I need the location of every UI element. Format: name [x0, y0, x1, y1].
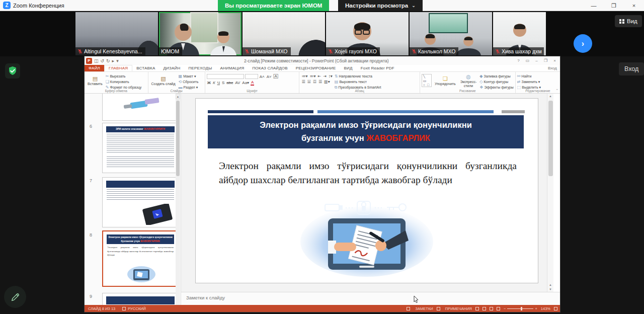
close-button[interactable]: ×: [624, 0, 644, 11]
clear-formatting-button[interactable]: 🄰: [273, 74, 279, 79]
font-name-combobox[interactable]: [207, 74, 244, 79]
next-slide-button[interactable]: ▼: [549, 288, 552, 291]
shapes-gallery[interactable]: ╲ ▭ ○ □ ⬠ ⇦ ⇨ ◇ △ ☆ ⌒ 〜 ❨ ❩ ✦: [422, 74, 432, 87]
layout-button[interactable]: ▦Макет ▾: [179, 74, 199, 78]
slide-7-thumbnail[interactable]: [102, 177, 179, 227]
next-participants-button[interactable]: ›: [574, 34, 592, 53]
zoom-knob[interactable]: [521, 307, 522, 310]
tab-home[interactable]: ГЛАВНАЯ: [104, 65, 132, 71]
previous-slide-button[interactable]: ▲: [549, 283, 552, 286]
ppt-close-button[interactable]: ×: [550, 58, 559, 63]
slide-5-thumbnail[interactable]: [102, 94, 179, 121]
annotate-pencil-button[interactable]: [4, 286, 26, 308]
scrollbar-thumb[interactable]: [176, 101, 180, 176]
participant-tile[interactable]: Xojeli rayoni MXO: [326, 12, 409, 55]
font-size-combobox[interactable]: [245, 74, 258, 79]
cut-button[interactable]: ✂Вырезать: [106, 74, 141, 78]
slide-8-thumbnail-selected[interactable]: Электрон рақамли имзо тўғрисидаги қонунч…: [102, 230, 179, 287]
replace-button[interactable]: ⇄Заменить ▾: [517, 80, 541, 84]
bold-button[interactable]: Ж: [207, 81, 211, 85]
tab-animations[interactable]: АНИМАЦИЯ: [216, 65, 249, 71]
view-layout-button[interactable]: Вид: [615, 15, 642, 27]
language-indicator[interactable]: РУССКИЙ: [128, 306, 146, 311]
tab-transitions[interactable]: ПЕРЕХОДЫ: [185, 65, 216, 71]
reading-view-button[interactable]: [490, 307, 493, 310]
participant-tile[interactable]: Канлыкол МХО: [410, 12, 492, 55]
numbering-button[interactable]: ≕▾: [309, 74, 316, 78]
copy-button[interactable]: ❏Копировать: [106, 80, 141, 84]
new-slide-button[interactable]: ▧ Создать слайд: [150, 73, 177, 88]
align-right-button[interactable]: ☲: [312, 80, 317, 84]
zoom-slider[interactable]: − +: [504, 306, 537, 311]
columns-button[interactable]: ▥▾: [324, 80, 331, 84]
align-center-button[interactable]: ☱: [307, 80, 311, 84]
shrink-font-button[interactable]: A˅: [266, 74, 272, 79]
maximize-button[interactable]: ❐: [604, 0, 624, 11]
strikethrough-button[interactable]: abc: [226, 81, 233, 85]
text-direction-button[interactable]: ⇅Направление текста: [335, 74, 381, 78]
view-settings-button[interactable]: Настройки просмотра ⌄: [338, 0, 423, 11]
slideshow-icon[interactable]: ▸: [112, 58, 115, 63]
fit-to-window-button[interactable]: [554, 307, 557, 310]
notes-toggle[interactable]: ЗАМЕТКИ: [407, 306, 433, 311]
undo-icon[interactable]: ↺: [101, 58, 105, 63]
slideshow-view-button[interactable]: [497, 307, 500, 310]
slide-9-thumbnail[interactable]: [102, 293, 179, 305]
slide-6-thumbnail[interactable]: ЭРИ калити эгасининг ЖАВОБГАРЛИГИ: [102, 123, 179, 173]
zoom-in-button[interactable]: +: [535, 306, 537, 311]
paste-button[interactable]: ▤ Вставить: [86, 73, 104, 88]
participant-tile[interactable]: Шоманай МХО: [243, 12, 325, 55]
slide-body-text[interactable]: Электрон рақамли имзо тўғрисидаги қонунч…: [219, 159, 517, 188]
decrease-indent-button[interactable]: ⇤: [317, 74, 321, 78]
bullets-button[interactable]: ≔▾: [301, 74, 308, 78]
tab-view[interactable]: ВИД: [340, 65, 357, 71]
align-text-button[interactable]: ▤Выровнять текст: [335, 80, 381, 84]
panel-scrollbar[interactable]: ▲: [176, 94, 180, 305]
grow-font-button[interactable]: A˄: [259, 74, 265, 79]
ppt-restore-button[interactable]: ❐: [541, 58, 550, 63]
zoom-out-button[interactable]: −: [504, 306, 506, 311]
tab-slideshow[interactable]: ПОКАЗ СЛАЙДОВ: [248, 65, 291, 71]
security-shield-button[interactable]: [5, 63, 20, 78]
tab-review[interactable]: РЕЦЕНЗИРОВАНИЕ: [292, 65, 340, 71]
font-color-button[interactable]: А: [251, 80, 254, 86]
reset-button[interactable]: ⟲Сбросить: [179, 80, 199, 84]
spellcheck-icon[interactable]: [122, 307, 126, 310]
tab-file[interactable]: ФАЙЛ: [85, 65, 104, 71]
canvas-scrollbar[interactable]: ▲ ▲ ▼: [547, 94, 553, 292]
ppt-signin-link[interactable]: Вход: [548, 65, 560, 71]
minimize-button[interactable]: —: [584, 0, 604, 11]
shadow-button[interactable]: S: [221, 81, 225, 85]
slide-sorter-view-button[interactable]: [482, 307, 486, 310]
participant-tile-active-speaker[interactable]: ЮМОМ: [159, 12, 242, 55]
find-button[interactable]: ⚯Найти: [517, 74, 541, 78]
ppt-ribbon-options-button[interactable]: ▭: [523, 58, 532, 63]
normal-view-button[interactable]: [475, 307, 479, 310]
participant-tile[interactable]: Хива шахар дхм: [493, 12, 546, 55]
tab-insert[interactable]: ВСТАВКА: [132, 65, 159, 71]
zoom-signin-button[interactable]: Вход: [619, 62, 644, 75]
quick-styles-button[interactable]: ◍ Экспресс-стили: [459, 73, 478, 88]
ppt-minimize-button[interactable]: –: [532, 58, 541, 63]
shape-fill-button[interactable]: ◆Заливка фигуры: [479, 74, 514, 78]
ribbon-collapse-icon[interactable]: ⌃: [555, 89, 558, 93]
character-spacing-button[interactable]: AV: [234, 81, 240, 85]
justify-button[interactable]: ☰: [318, 80, 323, 84]
zoom-percentage[interactable]: 143%: [541, 306, 550, 311]
increase-indent-button[interactable]: ⇥: [323, 74, 327, 78]
tab-design[interactable]: ДИЗАЙН: [159, 65, 184, 71]
redo-icon[interactable]: ↻: [106, 58, 110, 63]
scrollbar-thumb[interactable]: [548, 101, 553, 176]
save-icon[interactable]: ◫: [94, 58, 99, 63]
shape-outline-button[interactable]: ◇Контур фигуры: [479, 80, 514, 84]
scroll-up-icon[interactable]: ▲: [547, 94, 553, 99]
slide-editing-area[interactable]: Электрон рақамли имзо тўғрисидаги қонунч…: [195, 98, 538, 283]
tab-foxit-pdf[interactable]: Foxit Reader PDF: [357, 65, 398, 71]
zoom-track[interactable]: [507, 308, 533, 309]
underline-button[interactable]: Ч: [217, 81, 220, 85]
align-left-button[interactable]: ☰: [301, 80, 305, 84]
participant-tile[interactable]: Altingul Kenesbayevna...: [75, 12, 158, 55]
change-case-button[interactable]: Aa▾: [242, 81, 250, 85]
ppt-help-button[interactable]: ?: [514, 58, 523, 63]
italic-button[interactable]: К: [212, 81, 216, 85]
